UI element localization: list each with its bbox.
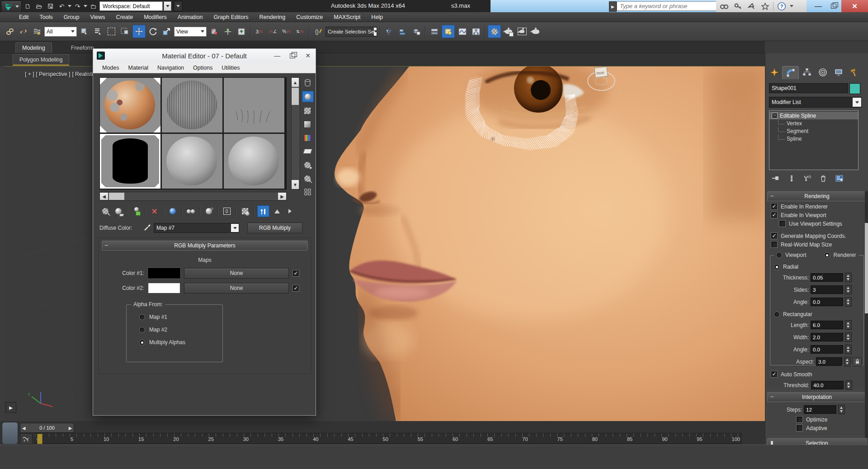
width-spinner[interactable] xyxy=(845,332,852,342)
mirror-icon[interactable] xyxy=(383,25,395,38)
material-editor-icon[interactable] xyxy=(488,25,501,38)
material-editor-close-button[interactable]: ✕ xyxy=(300,50,316,62)
menu-item[interactable]: Animation xyxy=(172,14,208,20)
keyboard-shortcut-override-icon[interactable] xyxy=(235,25,247,38)
go-to-parent-icon[interactable] xyxy=(271,206,283,217)
stack-item-vertex[interactable]: Vertex xyxy=(769,119,858,127)
application-menu-button[interactable] xyxy=(1,0,22,13)
menu-item[interactable]: Create xyxy=(111,14,139,20)
backlight-icon[interactable] xyxy=(302,91,314,102)
menu-item[interactable]: Views xyxy=(85,14,110,20)
previous-frame-arrow-icon[interactable]: ◀ xyxy=(20,426,27,431)
polygon-modeling-panel-button[interactable]: Polygon Modeling xyxy=(13,54,69,66)
steps-field[interactable]: 12 xyxy=(804,405,836,414)
angle-spinner[interactable] xyxy=(845,297,852,307)
material-editor-menu-item[interactable]: Material xyxy=(124,65,153,71)
steps-spinner[interactable] xyxy=(838,405,845,414)
spinner-snap-toggle-icon[interactable]: ⇅∩ xyxy=(294,25,306,38)
aspect-field[interactable]: 3.0 xyxy=(816,357,842,366)
angle2-field[interactable]: 0.0 xyxy=(811,345,843,354)
color2-enable-checkbox[interactable] xyxy=(292,285,299,292)
collapse-icon[interactable]: – xyxy=(772,113,778,118)
configure-modifier-sets-icon[interactable] xyxy=(834,174,844,183)
sides-spinner[interactable] xyxy=(845,285,852,294)
open-mini-curve-editor-button[interactable] xyxy=(20,433,33,445)
infocenter-search-input[interactable] xyxy=(617,1,722,11)
pick-material-eyedropper-icon[interactable] xyxy=(141,223,154,232)
undo-caret-icon[interactable] xyxy=(68,5,71,7)
unlink-selection-icon[interactable] xyxy=(17,25,29,38)
window-crossing-toggle-icon[interactable] xyxy=(119,25,131,38)
scroll-thumb[interactable] xyxy=(292,88,299,105)
selection-filter-dropdown[interactable]: All xyxy=(44,27,77,37)
color1-swatch[interactable] xyxy=(148,268,180,279)
remove-modifier-icon[interactable] xyxy=(818,174,828,183)
undo-icon[interactable]: ↶ xyxy=(57,1,67,11)
make-unique-icon[interactable] xyxy=(802,174,812,183)
menu-item[interactable]: Rendering xyxy=(254,14,291,20)
use-pivot-point-center-icon[interactable] xyxy=(208,25,220,38)
show-end-result-stack-icon[interactable] xyxy=(787,174,797,183)
pin-stack-icon[interactable] xyxy=(771,174,781,183)
width-field[interactable]: 2.0 xyxy=(811,333,843,341)
scroll-down-button[interactable]: ▼ xyxy=(292,180,299,189)
material-editor-menu-item[interactable]: Options xyxy=(189,65,217,71)
select-and-manipulate-icon[interactable] xyxy=(222,25,234,38)
color1-enable-checkbox[interactable] xyxy=(292,270,299,277)
select-and-link-icon[interactable] xyxy=(4,25,16,38)
help-caret-icon[interactable] xyxy=(790,5,793,7)
redo-icon[interactable]: ↷ xyxy=(72,1,83,11)
display-tab-icon[interactable] xyxy=(830,66,846,79)
sample-slot-6[interactable] xyxy=(224,134,284,189)
select-by-name-icon[interactable] xyxy=(92,25,104,38)
make-unique-icon[interactable] xyxy=(185,206,196,217)
sample-type-icon[interactable] xyxy=(302,77,313,88)
modifier-list-dropdown[interactable]: Modifier List xyxy=(769,97,862,108)
utilities-tab-icon[interactable] xyxy=(846,66,862,79)
help-icon[interactable]: ? xyxy=(776,1,787,11)
viewport-plus-menu[interactable]: [ + ] xyxy=(25,71,34,77)
menu-item[interactable]: Tools xyxy=(34,14,58,20)
scroll-thumb[interactable] xyxy=(109,193,124,200)
slot-vertical-scrollbar[interactable]: ▲ ▼ xyxy=(291,77,300,189)
menu-item[interactable]: Help xyxy=(366,14,388,20)
select-by-material-icon[interactable]: ↖ xyxy=(302,173,313,184)
ribbon-tab-modeling[interactable]: Modeling xyxy=(15,43,52,53)
open-file-icon[interactable]: 🗁 xyxy=(34,1,44,11)
reference-coordinate-dropdown[interactable]: View xyxy=(174,27,207,37)
thickness-field[interactable]: 0.05 xyxy=(811,273,843,282)
put-material-to-scene-icon[interactable] xyxy=(113,206,124,217)
curve-editor-icon[interactable] xyxy=(456,25,468,38)
select-and-scale-icon[interactable] xyxy=(160,25,173,38)
restore-button[interactable] xyxy=(826,0,841,12)
options-icon[interactable]: ➤ xyxy=(302,160,313,170)
search-binoculars-icon[interactable] xyxy=(719,1,730,11)
alpha-map1-radio[interactable] xyxy=(139,314,145,320)
menu-item[interactable]: Edit xyxy=(14,14,34,20)
rectangular-radio[interactable] xyxy=(774,312,780,317)
show-end-result-icon[interactable] xyxy=(257,205,269,217)
workspace-flyout-button[interactable] xyxy=(174,1,183,11)
rgb-multiply-parameters-rollout[interactable]: – RGB Multiply Parameters xyxy=(102,241,308,251)
material-editor-titlebar[interactable]: Material Editor - 07 - Default — ✕ xyxy=(93,49,316,62)
material-editor-menu-item[interactable]: Utilities xyxy=(217,65,244,71)
sample-slot-3[interactable] xyxy=(224,78,284,133)
infocenter-arrow-button[interactable]: ▶ xyxy=(609,1,617,12)
optimize-checkbox[interactable] xyxy=(796,416,803,423)
enable-in-viewport-checkbox[interactable] xyxy=(771,212,778,218)
layer-manager-icon[interactable] xyxy=(410,25,422,38)
make-material-copy-icon[interactable] xyxy=(167,206,178,217)
sample-slot-2[interactable] xyxy=(162,78,222,133)
modify-tab-icon[interactable] xyxy=(782,66,799,79)
sides-field[interactable]: 3 xyxy=(811,285,843,294)
favorites-star-icon[interactable] xyxy=(760,1,770,11)
rendered-frame-window-icon[interactable] xyxy=(516,25,528,38)
time-slider[interactable]: ◀ 0 / 100 ▶ xyxy=(20,423,74,433)
hierarchy-tab-icon[interactable] xyxy=(799,66,815,79)
subscription-key-icon[interactable] xyxy=(732,1,743,11)
show-shaded-material-in-viewport-icon[interactable] xyxy=(239,206,250,217)
motion-tab-icon[interactable] xyxy=(815,66,830,79)
aspect-lock-button[interactable] xyxy=(853,357,862,366)
bind-to-space-warp-icon[interactable] xyxy=(31,25,43,38)
viewport-pov-menu[interactable]: [ Perspective ] xyxy=(36,71,70,77)
